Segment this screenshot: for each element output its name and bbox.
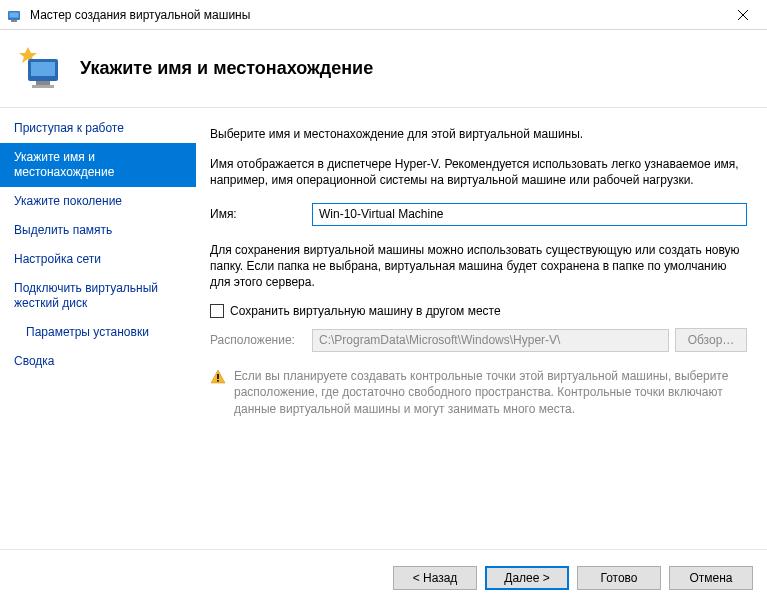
page-title: Укажите имя и местонахождение [80, 58, 373, 79]
wizard-footer: < Назад Далее > Готово Отмена [0, 549, 767, 605]
name-input[interactable] [312, 203, 747, 226]
browse-button: Обзор… [675, 328, 747, 352]
svg-rect-9 [32, 85, 54, 88]
cancel-button[interactable]: Отмена [669, 566, 753, 590]
wizard-nav: Приступая к работе Укажите имя и местона… [0, 108, 196, 549]
nav-install-options[interactable]: Параметры установки [0, 318, 196, 347]
description-text: Имя отображается в диспетчере Hyper-V. Р… [210, 156, 747, 188]
svg-rect-2 [11, 20, 17, 22]
nav-generation[interactable]: Укажите поколение [0, 187, 196, 216]
next-button[interactable]: Далее > [485, 566, 569, 590]
wizard-header: Укажите имя и местонахождение [0, 30, 767, 108]
app-icon [8, 7, 24, 23]
nav-network[interactable]: Настройка сети [0, 245, 196, 274]
nav-getting-started[interactable]: Приступая к работе [0, 114, 196, 143]
location-label: Расположение: [210, 333, 312, 347]
other-location-label: Сохранить виртуальную машину в другом ме… [230, 304, 501, 318]
nav-summary[interactable]: Сводка [0, 347, 196, 376]
titlebar: Мастер создания виртуальной машины [0, 0, 767, 30]
close-button[interactable] [723, 1, 763, 29]
location-input [312, 329, 669, 352]
nav-vhd[interactable]: Подключить виртуальный жесткий диск [0, 274, 196, 318]
nav-memory[interactable]: Выделить память [0, 216, 196, 245]
svg-rect-7 [31, 62, 55, 76]
svg-rect-11 [217, 374, 219, 379]
storage-description: Для сохранения виртуальной машины можно … [210, 242, 747, 291]
intro-text: Выберите имя и местонахождение для этой … [210, 126, 747, 142]
wizard-content: Выберите имя и местонахождение для этой … [196, 108, 767, 549]
nav-name-location[interactable]: Укажите имя и местонахождение [0, 143, 196, 187]
svg-rect-1 [10, 12, 19, 17]
finish-button[interactable]: Готово [577, 566, 661, 590]
name-label: Имя: [210, 207, 312, 221]
warning-icon [210, 369, 226, 385]
back-button[interactable]: < Назад [393, 566, 477, 590]
window-title: Мастер создания виртуальной машины [30, 8, 723, 22]
svg-rect-12 [217, 380, 219, 382]
svg-rect-8 [36, 81, 50, 85]
other-location-checkbox[interactable] [210, 304, 224, 318]
wizard-icon [18, 45, 66, 93]
warning-box: Если вы планируете создавать контрольные… [210, 368, 747, 417]
warning-text: Если вы планируете создавать контрольные… [234, 368, 747, 417]
